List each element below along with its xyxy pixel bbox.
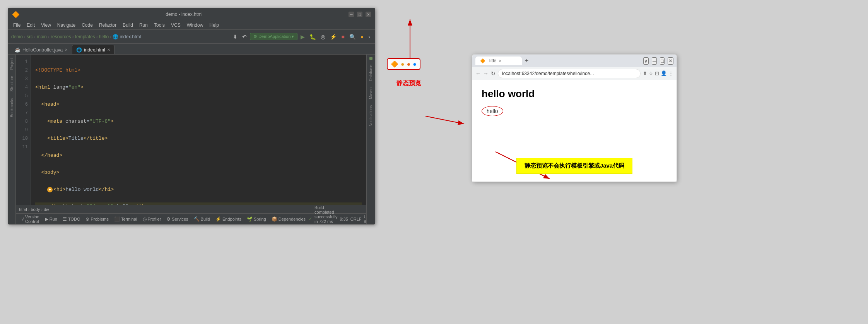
menu-navigate[interactable]: Navigate (55, 22, 78, 29)
browser-hello-badge: hello (482, 106, 503, 116)
run-button[interactable]: ▶ (299, 33, 306, 41)
browser-forward-button[interactable]: → (483, 70, 489, 77)
dependencies-button[interactable]: 📦 Dependencies (269, 216, 308, 223)
crumb-hello[interactable]: hello (99, 34, 109, 39)
code-line-8: ▶<h1>hello world</h1> (35, 185, 362, 194)
dependencies-icon: 📦 (272, 216, 277, 222)
stop-button[interactable]: ■ (340, 33, 346, 41)
menu-code[interactable]: Code (79, 22, 96, 29)
browser-minimize-button[interactable]: ─ (652, 57, 657, 65)
terminal-button[interactable]: ⬛ Terminal (112, 216, 140, 223)
spring-label: Spring (254, 217, 266, 221)
ide-toolbar: demo › src › main › resources › template… (8, 30, 375, 44)
annotation-area: 🔶 ● ● ● 静态预览 (375, 8, 472, 225)
minimize-button[interactable]: ─ (349, 12, 354, 17)
tab-indexhtml-close[interactable]: ✕ (107, 48, 110, 52)
version-control-button[interactable]: ⑂ Version Control (19, 214, 42, 225)
menu-window[interactable]: Window (184, 22, 206, 29)
notifications-label[interactable]: Notifications (368, 104, 374, 128)
debug-button[interactable]: 🐛 (308, 33, 318, 41)
terminal-label: Terminal (121, 217, 137, 221)
crumb-src[interactable]: src (27, 34, 33, 39)
browser-back-button[interactable]: ← (475, 70, 481, 77)
problems-button[interactable]: ⊗ Problems (83, 216, 111, 223)
bookmarks-panel-label[interactable]: Bookmarks (9, 96, 15, 119)
menu-vcs[interactable]: VCS (168, 22, 183, 29)
static-preview-text: 静态预览 (396, 80, 421, 86)
todo-icon: ☰ (63, 216, 67, 222)
line-ending: CRLF (350, 217, 362, 221)
profiler-button[interactable]: ◎ Profiler (140, 216, 164, 223)
menu-run[interactable]: Run (137, 22, 150, 29)
menu-edit[interactable]: Edit (24, 22, 38, 29)
browser-menu-button[interactable]: ⋮ (668, 70, 673, 76)
settings-button[interactable]: ● (359, 33, 365, 41)
project-panel-label[interactable]: Project (9, 56, 15, 71)
services-button[interactable]: ⚙ Services (164, 216, 190, 223)
tab-indexhtml[interactable]: 🌐 index.html ✕ (72, 45, 114, 54)
code-content[interactable]: <!DOCTYPE html> <html lang="en"> <head> … (31, 55, 366, 205)
menu-refactor[interactable]: Refactor (96, 22, 119, 29)
browser-close-button[interactable]: ✕ (668, 57, 673, 65)
crumb-main[interactable]: main (37, 34, 47, 39)
crumb-resources[interactable]: resources (51, 34, 71, 39)
crumb-demo[interactable]: demo (11, 34, 23, 39)
build-tab-button[interactable]: 🔨 Build (191, 216, 212, 223)
profile-button[interactable]: 👤 (661, 70, 667, 76)
address-bar[interactable] (498, 69, 641, 78)
todo-button[interactable]: ☰ TODO (60, 216, 83, 223)
profiler-label: Profiler (148, 217, 161, 221)
crumb-file: 🌐 index.html (113, 34, 141, 39)
endpoints-button[interactable]: ⚡ Endpoints (213, 216, 244, 223)
problems-label: Problems (91, 217, 108, 221)
database-label[interactable]: Database (368, 63, 374, 83)
structure-panel-label[interactable]: Structure (9, 74, 15, 93)
browser-tab[interactable]: 🔶 Title ✕ (475, 57, 522, 65)
back-button[interactable]: ↶ (241, 33, 248, 41)
toolbar-actions: ⬇ ↶ ⚙ DemoApplication ▾ ▶ 🐛 ◎ ⚡ ■ 🔍 ● › (231, 33, 372, 41)
more-button[interactable]: › (367, 33, 372, 41)
search-button[interactable]: 🔍 (348, 33, 357, 41)
chrome-icon: ● (401, 61, 405, 68)
java-icon: ☕ (15, 47, 21, 53)
browser-tab-close[interactable]: ✕ (499, 59, 502, 63)
services-label: Services (172, 217, 188, 221)
crumb-templates[interactable]: templates (75, 34, 95, 39)
services-icon: ⚙ (166, 216, 171, 222)
coverage-button[interactable]: ◎ (319, 33, 327, 41)
menu-help[interactable]: Help (207, 22, 222, 29)
tab-hellocontroller[interactable]: ☕ HelloController.java ✕ (10, 45, 72, 54)
browser-tab-title: Title (488, 58, 496, 63)
code-editor[interactable]: 12345 67891011 <!DOCTYPE html> <html lan… (16, 55, 366, 205)
spring-button[interactable]: 🌱 Spring (244, 216, 268, 223)
menu-tools[interactable]: Tools (151, 22, 167, 29)
ide-title: demo - index.html (166, 12, 202, 17)
maven-label[interactable]: Maven (368, 86, 374, 101)
code-line-2: <html lang="en"> (35, 83, 362, 92)
bookmark-button[interactable]: ☆ (649, 70, 653, 76)
run-tab-button[interactable]: ▶ Run (43, 216, 60, 223)
menu-view[interactable]: View (38, 22, 54, 29)
svg-line-2 (425, 116, 464, 124)
profile-button[interactable]: ⚡ (328, 33, 338, 41)
status-indicator (369, 57, 372, 60)
terminal-icon: ⬛ (114, 216, 120, 222)
new-tab-button[interactable]: + (525, 57, 528, 64)
menu-file[interactable]: File (10, 22, 23, 29)
reading-mode-button[interactable]: ⊡ (655, 70, 659, 76)
static-preview-label: 静态预览 (396, 79, 421, 87)
browser-refresh-button[interactable]: ↻ (491, 70, 496, 77)
browser-maximize-button[interactable]: □ (660, 57, 665, 65)
browser-restore-button[interactable]: ∨ (643, 57, 649, 65)
run-gutter-icon[interactable]: ▶ (47, 187, 53, 192)
todo-label: TODO (68, 217, 80, 221)
browser-window-controls: ∨ ─ □ ✕ (643, 57, 673, 65)
run-config[interactable]: ⚙ DemoApplication ▾ (250, 33, 297, 40)
menu-build[interactable]: Build (120, 22, 136, 29)
maximize-button[interactable]: □ (357, 12, 362, 17)
share-button[interactable]: ⬆ (643, 70, 647, 76)
close-button[interactable]: ✕ (366, 12, 371, 17)
git-button[interactable]: ⬇ (231, 33, 239, 41)
tab-hellocontroller-close[interactable]: ✕ (65, 48, 68, 52)
side-panel-right: Database Maven Notifications (366, 55, 375, 224)
